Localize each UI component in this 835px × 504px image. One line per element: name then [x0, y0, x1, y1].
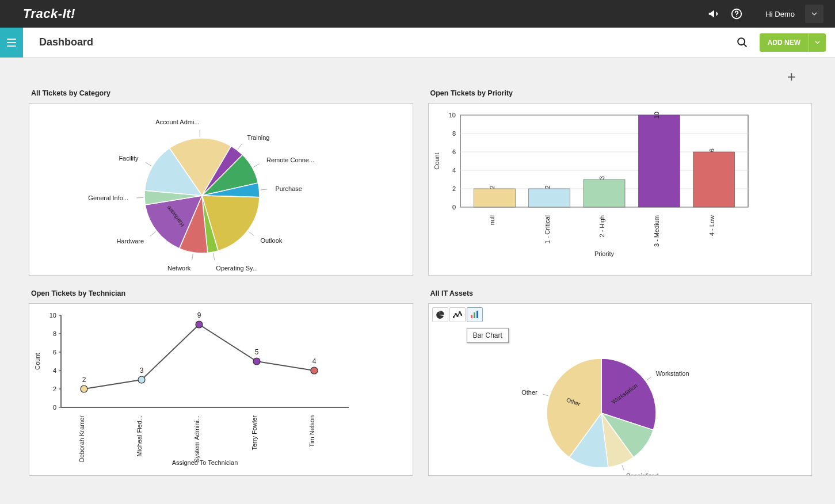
svg-text:Priority: Priority	[594, 250, 614, 257]
svg-point-80	[311, 367, 318, 374]
help-icon[interactable]	[725, 2, 748, 25]
svg-line-5	[238, 144, 242, 150]
svg-text:Count: Count	[433, 152, 440, 169]
widget-title: Open Tickets by Technician	[31, 289, 413, 297]
add-widget-icon[interactable]: +	[787, 68, 796, 86]
user-menu[interactable]: Hi Demo	[765, 5, 823, 23]
widget-open-tickets-by-technician: Open Tickets by Technician 02468102Debor…	[29, 289, 413, 476]
svg-text:3: 3	[140, 366, 144, 375]
line-chart-icon[interactable]	[449, 307, 466, 322]
svg-text:Count: Count	[34, 353, 41, 369]
svg-text:4: 4	[312, 357, 317, 365]
svg-text:0: 0	[53, 404, 56, 411]
svg-text:Tim Nelson: Tim Nelson	[308, 415, 315, 447]
widget-title: Open Tickets by Priority	[430, 89, 813, 97]
svg-text:2: 2	[452, 185, 455, 192]
widget-title: All Tickets by Category	[31, 89, 413, 97]
add-new-button[interactable]: ADD NEW	[760, 33, 826, 52]
svg-point-87	[456, 315, 457, 316]
svg-rect-40	[528, 189, 570, 207]
svg-text:Account Admi...: Account Admi...	[155, 119, 199, 125]
page-title: Dashboard	[39, 36, 93, 48]
sub-header: Dashboard ADD NEW	[0, 28, 835, 58]
top-header: Track-It! Hi Demo	[0, 0, 835, 28]
chart-pie-category[interactable]: Account Admi...TrainingRemote Conne...Pu…	[29, 103, 413, 276]
svg-text:4: 4	[452, 167, 455, 174]
svg-text:Facility: Facility	[119, 155, 139, 162]
svg-text:9: 9	[197, 311, 201, 319]
svg-line-9	[261, 189, 268, 190]
chart-line-technician[interactable]: 02468102Deborah Kramer3Micheal Fied...9S…	[29, 303, 413, 476]
add-new-label: ADD NEW	[760, 33, 809, 52]
svg-line-96	[622, 465, 624, 470]
chart-type-toolbar	[432, 307, 483, 322]
svg-text:8: 8	[53, 330, 56, 337]
svg-text:Outlook: Outlook	[260, 237, 282, 244]
svg-point-2	[738, 38, 745, 45]
announcements-icon[interactable]	[702, 2, 725, 25]
svg-line-15	[192, 254, 193, 261]
widget-title: All IT Assets	[430, 289, 813, 297]
svg-text:Operating Sy...: Operating Sy...	[216, 265, 258, 272]
svg-text:Other: Other	[521, 389, 537, 396]
svg-text:10: 10	[653, 112, 660, 119]
svg-line-17	[150, 232, 155, 236]
app-logo: Track-It!	[23, 6, 75, 21]
svg-text:Specialized ...: Specialized ...	[626, 472, 665, 475]
svg-line-13	[213, 253, 214, 260]
user-dropdown-toggle[interactable]	[805, 5, 823, 23]
svg-text:Hardware: Hardware	[116, 238, 144, 245]
svg-rect-43	[584, 180, 625, 207]
svg-line-93	[646, 377, 651, 380]
svg-line-11	[249, 231, 254, 235]
svg-point-85	[453, 316, 454, 318]
svg-text:8: 8	[452, 130, 455, 137]
widget-open-tickets-by-priority: Open Tickets by Priority 02468102null21 …	[428, 89, 813, 276]
svg-text:3: 3	[598, 176, 605, 180]
bar-chart-icon[interactable]	[467, 307, 483, 322]
svg-text:Deborah Kramer: Deborah Kramer	[78, 415, 85, 463]
svg-text:6: 6	[452, 148, 455, 155]
svg-text:5: 5	[255, 348, 259, 356]
add-new-dropdown-toggle[interactable]	[809, 33, 826, 52]
svg-text:Network: Network	[167, 265, 191, 272]
hamburger-menu-button[interactable]	[0, 28, 23, 58]
svg-text:4 - Low: 4 - Low	[708, 215, 715, 236]
svg-text:2: 2	[489, 185, 495, 189]
svg-text:6: 6	[708, 148, 715, 152]
svg-point-1	[737, 16, 737, 17]
svg-rect-91	[474, 312, 475, 318]
svg-text:10: 10	[448, 112, 455, 119]
dashboard-content: + All Tickets by Category Account Admi..…	[0, 58, 835, 504]
svg-text:Micheal Fied...: Micheal Fied...	[136, 415, 143, 457]
svg-text:4: 4	[53, 367, 56, 374]
svg-text:System Admini...: System Admini...	[193, 415, 200, 463]
pie-chart-icon[interactable]	[432, 307, 448, 322]
svg-point-86	[455, 314, 456, 315]
svg-text:0: 0	[452, 204, 455, 211]
svg-point-74	[196, 321, 203, 328]
svg-text:Assigned To Technician: Assigned To Technician	[172, 459, 238, 466]
svg-text:2 - High: 2 - High	[598, 215, 605, 238]
search-button[interactable]	[733, 33, 752, 52]
svg-point-68	[81, 385, 87, 392]
svg-line-22	[146, 162, 151, 166]
svg-text:2: 2	[82, 376, 86, 384]
svg-rect-37	[474, 189, 515, 207]
chart-pie-assets[interactable]: Bar Chart WorkstationWorkstationSpeciali…	[428, 303, 813, 476]
svg-text:Workstation: Workstation	[655, 370, 689, 377]
svg-rect-49	[693, 152, 734, 207]
svg-text:6: 6	[53, 349, 56, 356]
chart-bar-priority[interactable]: 02468102null21 - Critical32 - High103 - …	[428, 103, 813, 276]
svg-point-71	[138, 376, 145, 383]
svg-text:Training: Training	[247, 134, 269, 141]
svg-point-88	[459, 312, 460, 313]
svg-text:Remote Conne...: Remote Conne...	[266, 156, 314, 163]
svg-line-98	[543, 394, 548, 396]
svg-text:10: 10	[49, 312, 56, 319]
svg-text:2: 2	[543, 185, 550, 189]
svg-rect-92	[476, 311, 478, 318]
svg-text:Terry Fowler: Terry Fowler	[251, 415, 258, 450]
bar-chart-tooltip: Bar Chart	[467, 328, 509, 343]
user-greeting: Hi Demo	[765, 10, 795, 18]
